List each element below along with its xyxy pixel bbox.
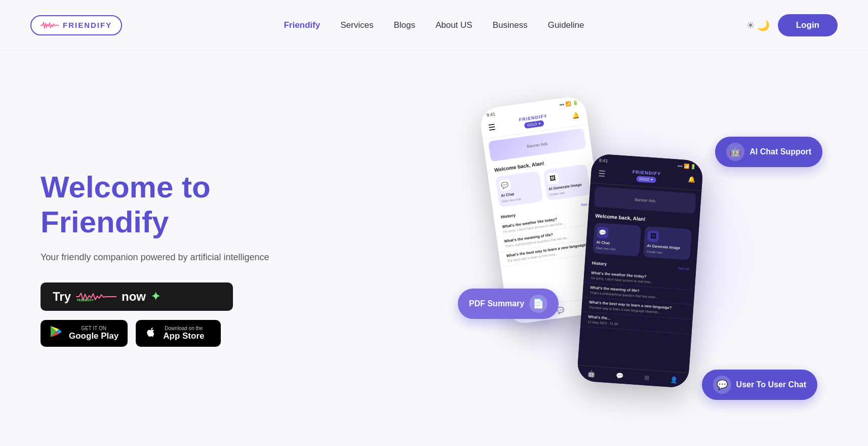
moon-icon[interactable]: 🌙 — [757, 19, 770, 31]
ai-badge-icon: 🤖 — [726, 143, 744, 161]
nav-about[interactable]: About US — [436, 20, 472, 30]
light-history-title: History — [500, 213, 516, 220]
try-label: Try — [53, 290, 71, 304]
ai-chat-card-icon: 💬 — [499, 179, 511, 191]
user-badge-label: User To User Chat — [736, 380, 806, 389]
app-store-small-text: Download on the — [163, 326, 204, 331]
dark-phone-banner: Banner Ads — [594, 186, 696, 214]
hero-section: Welcome to Friendify Your friendly compa… — [0, 51, 868, 445]
hero-right: 9:41 ▪▪▪ 📶 🔋 ☰ FRIENDIFY GOLD ✦ 🔔 Banner… — [443, 76, 827, 440]
nav-links: Friendify Services Blogs About US Busine… — [284, 20, 584, 30]
app-store-button[interactable]: Download on the App Store — [136, 320, 221, 347]
nav-guideline[interactable]: Guideline — [548, 20, 584, 30]
dark-nav-ai: 🤖 — [587, 370, 596, 378]
ai-badge-label: AI Chat Support — [749, 147, 811, 156]
ai-chat-card-sub: Start new chat — [501, 197, 521, 203]
logo-wave-icon — [41, 20, 59, 30]
google-play-small-text: GET IT ON — [69, 326, 119, 331]
dark-nav-grid: ⊞ — [644, 374, 650, 382]
dark-image-sub: Create new — [646, 250, 662, 254]
phone-dark: 8:41 ▪▪▪ 📶 🔋 ☰ FRIENDIFY GOLD ✦ 🔔 Banner… — [577, 153, 704, 388]
pdf-badge-label: PDF Summary — [469, 299, 524, 308]
nav-friendify[interactable]: Friendify — [284, 20, 320, 30]
google-play-big-text: Google Play — [69, 331, 119, 341]
hero-title: Welcome to Friendify — [41, 170, 269, 239]
ai-chat-card-label: AI Chat — [501, 192, 515, 198]
apple-icon — [145, 326, 157, 342]
nav-right: ☀ 🌙 Login — [746, 14, 838, 36]
dark-ai-chat-sub: Start new chat — [596, 247, 616, 251]
dark-phone-badge: GOLD ✦ — [636, 176, 657, 183]
now-label: now — [122, 290, 146, 304]
store-buttons: GET IT ON Google Play Download on the Ap… — [41, 320, 269, 347]
image-card-icon: 🖼 — [546, 172, 559, 185]
dark-phone-time: 8:41 — [599, 158, 608, 164]
light-phone-image-card: 🖼 AI Generate Image Create new — [543, 164, 591, 201]
app-store-big-text: App Store — [163, 331, 204, 341]
try-logo-wave-icon: FRIENDIFY — [76, 291, 116, 302]
dark-ai-chat-icon: 💬 — [597, 227, 608, 238]
dark-ai-chat-label: AI Chat — [596, 240, 610, 246]
google-play-icon — [50, 325, 63, 342]
light-phone-bell-icon: 🔔 — [572, 111, 580, 119]
user-chat-badge: 💬 User To User Chat — [702, 370, 817, 400]
ai-chat-badge: 🤖 AI Chat Support — [715, 137, 822, 167]
pdf-summary-badge: PDF Summary 📄 — [458, 289, 559, 319]
light-phone-ai-chat-card: 💬 AI Chat Start new chat — [495, 171, 543, 208]
svg-text:FRIENDIFY: FRIENDIFY — [77, 298, 94, 302]
dark-history-see: See All — [678, 266, 689, 272]
try-now-banner[interactable]: Try FRIENDIFY now ✦ — [41, 282, 233, 311]
hero-subtitle: Your friendly companion powered by artif… — [41, 251, 269, 264]
logo-text: FRIENDIFY — [63, 21, 112, 29]
dark-image-icon: 🖼 — [647, 230, 659, 242]
login-button[interactable]: Login — [778, 14, 838, 36]
pdf-badge-icon: 📄 — [529, 295, 547, 313]
dark-phone-image-card: 🖼 AI Generate Image Create new — [643, 226, 692, 260]
nav-business[interactable]: Business — [493, 20, 528, 30]
light-phone-time: 9:41 — [486, 111, 496, 117]
hero-left: Welcome to Friendify Your friendly compa… — [41, 170, 269, 347]
theme-toggle[interactable]: ☀ 🌙 — [746, 19, 770, 31]
navbar: FRIENDIFY Friendify Services Blogs About… — [0, 0, 868, 51]
dark-phone-status-icons: ▪▪▪ 📶 🔋 — [678, 164, 696, 170]
nav-blogs[interactable]: Blogs — [393, 20, 415, 30]
user-badge-icon: 💬 — [713, 376, 731, 394]
logo[interactable]: FRIENDIFY — [30, 15, 122, 35]
image-card-sub: Create new — [549, 191, 565, 196]
dark-phone-bell-icon: 🔔 — [687, 176, 695, 183]
light-phone-status-icons: ▪▪▪ 📶 🔋 — [559, 100, 578, 107]
nav-services[interactable]: Services — [340, 20, 373, 30]
dark-phone-ai-chat-card: 💬 AI Chat Start new chat — [593, 223, 641, 257]
cursor-icon: ✦ — [151, 290, 160, 303]
sun-icon[interactable]: ☀ — [746, 19, 755, 31]
dark-image-label: AI Generate Image — [647, 244, 680, 251]
dark-nav-profile: 👤 — [670, 376, 678, 384]
dark-phone-logo: FRIENDIFY — [632, 169, 661, 176]
dark-nav-chat: 💬 — [616, 372, 624, 380]
google-play-button[interactable]: GET IT ON Google Play — [41, 320, 128, 347]
dark-history-title: History — [592, 260, 607, 266]
